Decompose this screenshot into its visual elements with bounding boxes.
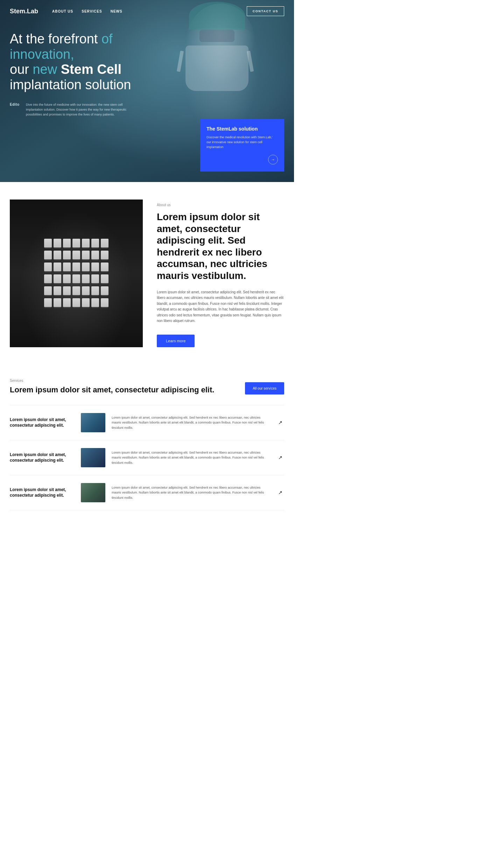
vial (82, 286, 90, 296)
service-arrow-3[interactable]: ↗ (276, 489, 284, 496)
vial-row (44, 263, 108, 272)
vial (82, 263, 90, 272)
vial (63, 251, 71, 260)
edito-label: Edito (10, 103, 20, 117)
brand-logo[interactable]: Stem.Lab (10, 8, 38, 15)
navbar: Stem.Lab ABOUT US SERVICES NEWS CONTACT … (0, 0, 294, 22)
service-left-text: Lorem ipsum dolor sit amet, consectetur … (10, 487, 75, 498)
vial (101, 251, 108, 260)
services-label: Services (10, 379, 245, 383)
vial (54, 251, 61, 260)
contact-button[interactable]: CONTACT US (247, 6, 284, 16)
vial-row (44, 274, 108, 284)
service-title: Lorem ipsum dolor sit amet, consectetur … (10, 452, 75, 463)
service-description: Lorem ipsum dolor sit amet, consectetur … (112, 485, 270, 500)
vial (63, 286, 71, 296)
vial (72, 251, 80, 260)
vial (72, 274, 80, 284)
vial (54, 286, 61, 296)
about-section: About us Lorem ipsum dolor sit amet, con… (0, 182, 294, 365)
services-header-left: Services Lorem ipsum dolor sit amet, con… (10, 379, 245, 394)
about-image (10, 200, 143, 347)
vial (44, 251, 52, 260)
service-arrow-2[interactable]: ↗ (276, 454, 284, 461)
all-services-button[interactable]: All our services (245, 382, 284, 394)
vial (91, 274, 99, 284)
vial (72, 263, 80, 272)
about-section-label: About us (157, 203, 284, 207)
learn-more-button[interactable]: Learn more (157, 335, 195, 347)
about-title: Lorem ipsum dolor sit amet, consectetur … (157, 211, 284, 282)
service-title: Lorem ipsum dolor sit amet, consectetur … (10, 417, 75, 428)
vial (63, 274, 71, 284)
vial-row (44, 239, 108, 249)
service-image-2 (81, 448, 105, 467)
vial-row (44, 286, 108, 296)
service-item: Lorem ipsum dolor sit amet, consectetur … (10, 405, 284, 440)
service-image-1 (81, 413, 105, 432)
vial (101, 298, 108, 308)
solution-card-title: The StemLab solution (206, 126, 278, 132)
vial (82, 239, 90, 249)
vial (101, 263, 108, 272)
services-title: Lorem ipsum dolor sit amet, consectetur … (10, 385, 245, 394)
vial (44, 286, 52, 296)
services-header: Services Lorem ipsum dolor sit amet, con… (10, 379, 284, 394)
service-title: Lorem ipsum dolor sit amet, consectetur … (10, 487, 75, 498)
nav-about[interactable]: ABOUT US (52, 9, 73, 13)
vial (54, 274, 61, 284)
service-item: Lorem ipsum dolor sit amet, consectetur … (10, 475, 284, 510)
service-item: Lorem ipsum dolor sit amet, consectetur … (10, 440, 284, 475)
edito-text: Dive into the future of medicine with ou… (26, 103, 136, 117)
hero-title-line3: implantation solution (10, 77, 131, 92)
about-image-inner (10, 200, 143, 347)
vial (44, 263, 52, 272)
vial (91, 239, 99, 249)
solution-card-arrow-button[interactable]: → (268, 155, 278, 165)
hero-title-line2: our new Stem Cell (10, 62, 121, 77)
solution-card: The StemLab solution Discover the medica… (200, 119, 284, 172)
service-description: Lorem ipsum dolor sit amet, consectetur … (112, 450, 270, 465)
service-left-text: Lorem ipsum dolor sit amet, consectetur … (10, 417, 75, 428)
hero-title-line1: At the forefront of innovation, (10, 32, 113, 62)
service-arrow-1[interactable]: ↗ (276, 419, 284, 426)
vial (72, 286, 80, 296)
vial (82, 274, 90, 284)
vial (91, 251, 99, 260)
vial (82, 298, 90, 308)
vial (63, 239, 71, 249)
vial-row (44, 251, 108, 260)
vial-row (44, 298, 108, 308)
vial (101, 286, 108, 296)
hero-title: At the forefront of innovation, our new … (10, 32, 150, 93)
vial (54, 298, 61, 308)
vial (63, 263, 71, 272)
vial (44, 274, 52, 284)
vial (91, 298, 99, 308)
vial (54, 263, 61, 272)
vial (72, 298, 80, 308)
nav-links: ABOUT US SERVICES NEWS (52, 9, 247, 13)
services-section: Services Lorem ipsum dolor sit amet, con… (0, 365, 294, 528)
solution-card-text: Discover the medical revolution with Ste… (206, 135, 278, 150)
vial (63, 298, 71, 308)
about-body: Lorem ipsum dolor sit amet, consectetur … (157, 289, 284, 324)
vial (101, 239, 108, 249)
about-content: About us Lorem ipsum dolor sit amet, con… (157, 200, 284, 347)
nav-news[interactable]: NEWS (111, 9, 122, 13)
vial (54, 239, 61, 249)
hero-section: At the forefront of innovation, our new … (0, 0, 294, 182)
vial (44, 239, 52, 249)
vial (72, 239, 80, 249)
hero-edito: Edito Dive into the future of medicine w… (10, 103, 136, 117)
vial (91, 286, 99, 296)
vial (44, 298, 52, 308)
service-description: Lorem ipsum dolor sit amet, consectetur … (112, 415, 270, 430)
nav-services[interactable]: SERVICES (82, 9, 102, 13)
service-left-text: Lorem ipsum dolor sit amet, consectetur … (10, 452, 75, 463)
vial (101, 274, 108, 284)
service-image-3 (81, 483, 105, 502)
vial (91, 263, 99, 272)
vial (82, 251, 90, 260)
